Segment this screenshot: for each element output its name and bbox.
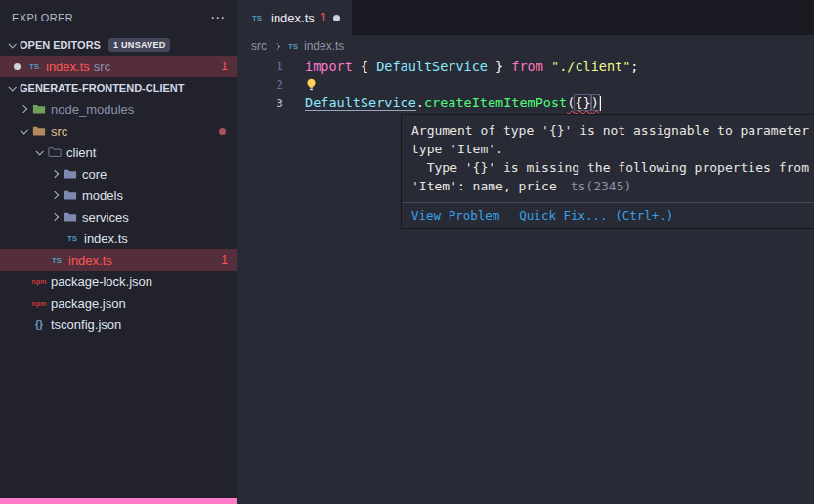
- error-count-badge: 1: [221, 253, 228, 267]
- folder-icon: [63, 188, 78, 203]
- status-bar-strip: [0, 498, 237, 504]
- folder-node-modules-icon: [31, 102, 47, 117]
- code-line-2[interactable]: 2: [237, 75, 814, 94]
- tab-error-count: 1: [321, 11, 327, 24]
- explorer-title: EXPLORER: [12, 12, 73, 23]
- tree-item-label: core: [82, 167, 107, 182]
- tree-item-client[interactable]: client: [0, 142, 237, 163]
- error-hover-popup: Argument of type '{}' is not assignable …: [401, 114, 814, 229]
- error-message-line: Type '{}' is missing the following prope…: [411, 158, 814, 177]
- line-number: 1: [237, 59, 283, 73]
- line-number: 3: [237, 96, 283, 110]
- hover-actions: View Problem Quick Fix... (Ctrl+.): [402, 202, 814, 228]
- project-section-header[interactable]: GENERATE-FRONTEND-CLIENT: [0, 77, 237, 99]
- npm-file-icon: npm: [31, 295, 47, 311]
- typescript-file-icon: TS: [286, 38, 300, 54]
- tree-item-label: client: [66, 146, 96, 160]
- folder-icon: [63, 209, 78, 225]
- editor-area: TS index.ts 1 src TS index.ts 1 import {…: [237, 0, 814, 504]
- tree-item-models[interactable]: models: [0, 185, 237, 206]
- tree-item-label: tsconfig.json: [51, 317, 121, 332]
- chevron-down-icon: [4, 37, 20, 53]
- tsconfig-file-icon: {}: [31, 316, 47, 332]
- tree-item-src[interactable]: src: [0, 120, 237, 142]
- tree-item-client-index-ts[interactable]: TS index.ts: [0, 228, 237, 249]
- chevron-down-icon: [16, 123, 31, 139]
- chevron-down-icon: [31, 145, 47, 160]
- error-count-badge: 1: [221, 60, 228, 73]
- folder-src-icon: [31, 123, 47, 139]
- chevron-right-icon: [47, 209, 63, 225]
- modified-indicator-dot-icon: [219, 128, 226, 135]
- tree-item-label: package-lock.json: [51, 274, 152, 289]
- code-line-1[interactable]: 1 import { DefaultService } from "./clie…: [237, 57, 814, 75]
- tree-item-label: models: [82, 189, 123, 203]
- typescript-file-icon: TS: [26, 59, 42, 74]
- explorer-header: EXPLORER ⋯: [0, 0, 237, 34]
- unsaved-badge: 1 UNSAVED: [108, 38, 171, 52]
- breadcrumb: src TS index.ts: [237, 35, 814, 57]
- line-number: 2: [237, 77, 283, 92]
- error-message: Argument of type '{}' is not assignable …: [402, 115, 814, 202]
- tree-item-label: node_modules: [51, 103, 134, 117]
- open-editor-file-name: index.ts: [46, 60, 90, 74]
- tab-index-ts[interactable]: TS index.ts 1: [237, 0, 352, 35]
- breadcrumb-separator-icon: [271, 40, 282, 52]
- tree-item-core[interactable]: core: [0, 163, 237, 185]
- code-line-3[interactable]: 3 DefaultService.createItemItemPost({}): [237, 94, 814, 112]
- lightbulb-icon[interactable]: [305, 78, 318, 91]
- typescript-file-icon: TS: [64, 231, 80, 246]
- tree-item-package-json[interactable]: npm package.json: [0, 292, 237, 314]
- chevron-down-icon: [4, 80, 20, 96]
- tree-item-node-modules[interactable]: node_modules: [0, 99, 237, 120]
- code-text: DefaultService.createItemItemPost({}): [283, 95, 601, 111]
- more-actions-icon[interactable]: ⋯: [210, 9, 226, 26]
- tree-item-label: services: [82, 210, 129, 225]
- tree-item-label: index.ts: [84, 231, 128, 246]
- breadcrumb-file[interactable]: index.ts: [304, 39, 344, 53]
- tree-item-label: index.ts: [68, 253, 112, 268]
- explorer-sidebar: EXPLORER ⋯ OPEN EDITORS 1 UNSAVED TS ind…: [0, 0, 237, 504]
- tree-item-tsconfig-json[interactable]: {} tsconfig.json: [0, 314, 237, 335]
- open-editor-file-description: src: [94, 60, 110, 74]
- chevron-right-icon: [47, 188, 63, 203]
- tree-item-services[interactable]: services: [0, 206, 237, 228]
- folder-client-icon: [47, 145, 63, 160]
- chevron-right-icon: [47, 166, 63, 182]
- code-view: 1 import { DefaultService } from "./clie…: [237, 57, 814, 112]
- modified-dot-icon: [333, 15, 340, 21]
- tab-bar: TS index.ts 1: [237, 0, 814, 35]
- tree-item-src-index-ts[interactable]: TS index.ts 1: [0, 249, 237, 271]
- text-cursor: [600, 96, 602, 111]
- npm-file-icon: npm: [31, 273, 47, 289]
- error-message-line: Argument of type '{}' is not assignable …: [411, 121, 814, 140]
- quick-fix-link[interactable]: Quick Fix... (Ctrl+.): [519, 208, 673, 223]
- project-label: GENERATE-FRONTEND-CLIENT: [20, 82, 184, 94]
- tab-label: index.ts: [271, 11, 315, 25]
- breadcrumb-folder[interactable]: src: [251, 39, 267, 53]
- error-message-line: 'Item': name, pricets(2345): [411, 177, 814, 195]
- modified-dot-icon: [14, 63, 21, 70]
- typescript-file-icon: TS: [49, 252, 64, 268]
- tree-item-label: src: [51, 124, 67, 139]
- folder-icon: [63, 166, 78, 182]
- error-code: ts(2345): [571, 179, 632, 193]
- chevron-right-icon: [16, 102, 31, 117]
- open-editors-section-header[interactable]: OPEN EDITORS 1 UNSAVED: [0, 34, 237, 56]
- code-text: import { DefaultService } from "./client…: [283, 59, 638, 74]
- view-problem-link[interactable]: View Problem: [411, 208, 499, 223]
- tree-item-label: package.json: [51, 296, 126, 311]
- tree-item-package-lock-json[interactable]: npm package-lock.json: [0, 271, 237, 292]
- typescript-file-icon: TS: [249, 10, 265, 25]
- open-editor-item-index-ts[interactable]: TS index.ts src 1: [0, 56, 237, 77]
- open-editors-label: OPEN EDITORS: [20, 39, 101, 51]
- error-message-line: type 'Item'.: [411, 140, 814, 158]
